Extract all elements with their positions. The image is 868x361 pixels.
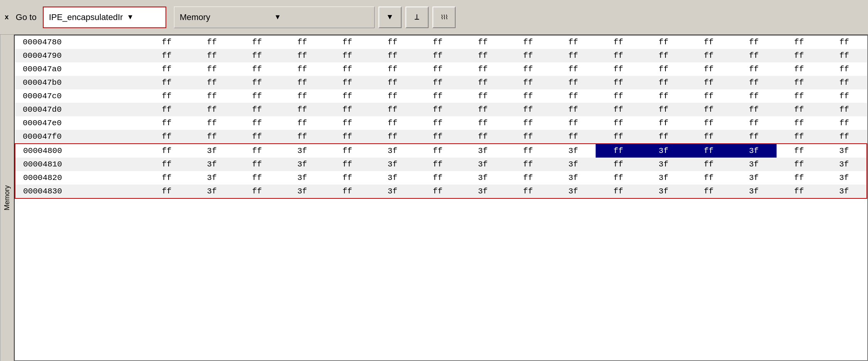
- hex-cell[interactable]: ff: [686, 35, 731, 49]
- hex-cell[interactable]: ff: [731, 89, 777, 103]
- hex-cell[interactable]: ff: [370, 62, 415, 76]
- hex-cell[interactable]: ff: [325, 185, 370, 198]
- hex-cell[interactable]: ff: [144, 171, 189, 185]
- step-button[interactable]: ⊥: [405, 7, 429, 28]
- hex-cell[interactable]: ff: [280, 35, 325, 49]
- hex-cell[interactable]: ff: [325, 35, 370, 49]
- hex-cell[interactable]: ff: [686, 62, 731, 76]
- hex-cell[interactable]: ff: [415, 62, 460, 76]
- hex-cell[interactable]: ff: [144, 130, 189, 144]
- hex-cell[interactable]: ff: [235, 171, 280, 185]
- hex-cell[interactable]: ff: [777, 116, 822, 130]
- hex-cell[interactable]: ff: [370, 103, 415, 116]
- hex-cell[interactable]: ff: [822, 49, 867, 62]
- hex-cell[interactable]: ff: [144, 144, 189, 158]
- hex-cell[interactable]: ff: [505, 171, 551, 185]
- hex-cell[interactable]: ff: [280, 130, 325, 144]
- hex-cell[interactable]: ff: [505, 49, 551, 62]
- hex-cell[interactable]: ff: [280, 103, 325, 116]
- hex-cell[interactable]: ff: [505, 116, 551, 130]
- hex-cell[interactable]: ff: [686, 89, 731, 103]
- hex-cell[interactable]: ff: [415, 103, 460, 116]
- hex-cell[interactable]: ff: [822, 35, 867, 49]
- hex-cell[interactable]: 3f: [822, 144, 867, 158]
- hex-cell[interactable]: ff: [777, 35, 822, 49]
- hex-cell[interactable]: ff: [505, 62, 551, 76]
- hex-cell[interactable]: ff: [641, 62, 686, 76]
- memory-dropdown[interactable]: Memory ▼: [174, 7, 375, 28]
- hex-cell[interactable]: ff: [777, 103, 822, 116]
- hex-cell[interactable]: ff: [460, 35, 505, 49]
- hex-cell[interactable]: 3f: [460, 171, 505, 185]
- hex-cell[interactable]: ff: [641, 116, 686, 130]
- hex-cell[interactable]: ff: [325, 158, 370, 171]
- hex-cell[interactable]: ff: [280, 62, 325, 76]
- hex-cell[interactable]: ff: [551, 89, 596, 103]
- hex-cell[interactable]: 3f: [370, 144, 415, 158]
- hex-cell[interactable]: ff: [596, 116, 641, 130]
- hex-cell[interactable]: ff: [144, 103, 189, 116]
- hex-cell[interactable]: 3f: [280, 158, 325, 171]
- hex-cell[interactable]: ff: [415, 49, 460, 62]
- hex-cell[interactable]: 3f: [551, 185, 596, 198]
- hex-cell[interactable]: ff: [596, 185, 641, 198]
- hex-cell[interactable]: ff: [415, 35, 460, 49]
- hex-cell[interactable]: ff: [641, 89, 686, 103]
- hex-cell[interactable]: ff: [235, 158, 280, 171]
- hex-cell[interactable]: ff: [325, 62, 370, 76]
- hex-cell[interactable]: ff: [505, 158, 551, 171]
- hex-cell[interactable]: 3f: [551, 144, 596, 158]
- hex-cell[interactable]: ff: [280, 49, 325, 62]
- hex-cell[interactable]: 3f: [280, 144, 325, 158]
- hex-cell[interactable]: ff: [235, 103, 280, 116]
- hex-cell[interactable]: ff: [505, 89, 551, 103]
- hex-cell[interactable]: ff: [731, 76, 777, 89]
- hex-cell[interactable]: 3f: [370, 158, 415, 171]
- hex-cell[interactable]: ff: [144, 35, 189, 49]
- hex-cell[interactable]: ff: [596, 171, 641, 185]
- hex-cell[interactable]: ff: [460, 62, 505, 76]
- hex-cell[interactable]: ff: [235, 144, 280, 158]
- hex-cell[interactable]: ff: [822, 103, 867, 116]
- hex-cell[interactable]: ff: [144, 49, 189, 62]
- hex-cell[interactable]: ff: [777, 89, 822, 103]
- hex-cell[interactable]: ff: [280, 89, 325, 103]
- hex-cell[interactable]: ff: [777, 185, 822, 198]
- hex-cell[interactable]: 3f: [189, 158, 235, 171]
- hex-cell[interactable]: 3f: [370, 185, 415, 198]
- hex-cell[interactable]: ff: [686, 76, 731, 89]
- hex-cell[interactable]: ff: [777, 144, 822, 158]
- hex-cell[interactable]: ff: [325, 103, 370, 116]
- hex-cell[interactable]: ff: [415, 185, 460, 198]
- hex-cell[interactable]: ff: [505, 144, 551, 158]
- hex-cell[interactable]: ff: [460, 130, 505, 144]
- hex-cell[interactable]: 3f: [460, 144, 505, 158]
- hex-cell[interactable]: ff: [189, 116, 235, 130]
- hex-cell[interactable]: ff: [551, 62, 596, 76]
- hex-cell[interactable]: ff: [551, 116, 596, 130]
- hex-cell[interactable]: 3f: [822, 171, 867, 185]
- hex-cell[interactable]: ff: [235, 185, 280, 198]
- hex-cell[interactable]: ff: [731, 49, 777, 62]
- hex-cell[interactable]: ff: [505, 35, 551, 49]
- hex-cell[interactable]: ff: [415, 130, 460, 144]
- hex-cell[interactable]: ff: [777, 158, 822, 171]
- hex-cell[interactable]: ff: [551, 103, 596, 116]
- hex-cell[interactable]: 3f: [641, 171, 686, 185]
- hex-cell[interactable]: ff: [370, 76, 415, 89]
- hex-cell[interactable]: ff: [235, 89, 280, 103]
- hex-cell[interactable]: ff: [731, 62, 777, 76]
- hex-cell[interactable]: ff: [144, 62, 189, 76]
- hex-cell[interactable]: ff: [460, 89, 505, 103]
- hex-cell[interactable]: ff: [415, 171, 460, 185]
- hex-cell[interactable]: 3f: [822, 158, 867, 171]
- hex-cell[interactable]: ff: [325, 49, 370, 62]
- hex-cell[interactable]: ff: [551, 35, 596, 49]
- hex-cell[interactable]: ff: [144, 158, 189, 171]
- hex-cell[interactable]: ff: [731, 103, 777, 116]
- hex-cell[interactable]: ff: [370, 89, 415, 103]
- hex-cell[interactable]: ff: [686, 130, 731, 144]
- hex-cell[interactable]: ff: [460, 103, 505, 116]
- hex-cell[interactable]: ff: [686, 116, 731, 130]
- hex-cell[interactable]: ff: [325, 76, 370, 89]
